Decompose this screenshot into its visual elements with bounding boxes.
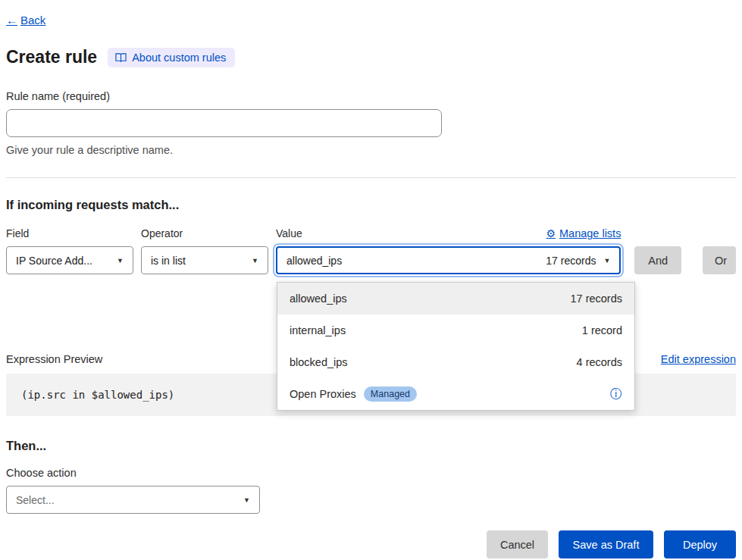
about-badge-label: About custom rules	[132, 52, 226, 64]
rule-name-label: Rule name (required)	[6, 90, 736, 102]
info-icon[interactable]: ⓘ	[610, 386, 622, 402]
value-header: Value ⚙Manage lists	[276, 227, 621, 239]
or-button[interactable]: Or	[703, 246, 736, 274]
value-select-records: 17 records	[546, 255, 596, 267]
chevron-down-icon: ▼	[252, 257, 258, 264]
chevron-down-icon: ▼	[243, 496, 250, 504]
list-item-records: 4 records	[577, 356, 622, 368]
rule-name-help: Give your rule a descriptive name.	[6, 144, 736, 156]
operator-column: Operator is in list ▼	[141, 227, 268, 274]
list-item-name: blocked_ips	[290, 356, 348, 368]
create-rule-page: ←Back Create rule About custom rules Rul…	[0, 0, 742, 560]
operator-select[interactable]: is in list ▼	[141, 246, 268, 274]
value-select-right: 17 records ▼	[546, 255, 610, 267]
list-item-allowed-ips[interactable]: allowed_ips 17 records	[277, 283, 634, 314]
field-select[interactable]: IP Source Add... ▼	[6, 246, 133, 274]
value-column: Value ⚙Manage lists allowed_ips 17 recor…	[276, 227, 621, 274]
list-item-name: internal_ips	[290, 324, 346, 336]
section-divider	[6, 177, 736, 178]
manage-lists-link[interactable]: ⚙Manage lists	[546, 227, 621, 239]
footer-actions: Cancel Save as Draft Deploy	[6, 530, 736, 558]
list-item-records: 1 record	[582, 324, 622, 336]
back-link[interactable]: ←Back	[6, 14, 45, 27]
field-select-value: IP Source Add...	[16, 255, 92, 267]
value-label: Value	[276, 227, 302, 239]
list-item-name: Open Proxies	[290, 388, 356, 400]
rule-name-input[interactable]	[6, 109, 442, 137]
page-title: Create rule	[6, 47, 97, 67]
value-select-value: allowed_ips	[286, 255, 342, 267]
back-label: Back	[20, 14, 45, 27]
manage-lists-label: Manage lists	[559, 227, 621, 239]
list-item-internal-ips[interactable]: internal_ips 1 record	[277, 314, 634, 346]
list-item-name: allowed_ips	[290, 293, 347, 305]
match-section-heading: If incoming requests match...	[6, 198, 736, 212]
about-custom-rules-link[interactable]: About custom rules	[108, 48, 235, 67]
action-select-placeholder: Select...	[16, 494, 55, 506]
expression-preview-label: Expression Preview	[6, 353, 102, 365]
list-item-records: 17 records	[570, 293, 622, 305]
field-column: Field IP Source Add... ▼	[6, 227, 133, 274]
field-label: Field	[6, 227, 133, 239]
list-item-left: Open Proxies Managed	[290, 386, 417, 402]
chevron-down-icon: ▼	[117, 257, 124, 264]
and-button[interactable]: And	[634, 246, 681, 274]
edit-expression-link[interactable]: Edit expression	[661, 353, 736, 365]
save-as-draft-button[interactable]: Save as Draft	[559, 530, 653, 558]
list-item-open-proxies[interactable]: Open Proxies Managed ⓘ	[277, 378, 634, 410]
book-icon	[115, 52, 127, 63]
list-dropdown: allowed_ips 17 records internal_ips 1 re…	[277, 282, 635, 411]
managed-badge: Managed	[364, 386, 417, 402]
value-select[interactable]: allowed_ips 17 records ▼	[276, 246, 621, 274]
title-row: Create rule About custom rules	[6, 47, 736, 67]
chevron-down-icon: ▼	[603, 257, 610, 264]
action-select[interactable]: Select... ▼	[6, 486, 260, 514]
match-condition-row: Field IP Source Add... ▼ Operator is in …	[6, 227, 736, 274]
operator-select-value: is in list	[151, 255, 186, 267]
gear-icon: ⚙	[546, 227, 556, 239]
then-section-heading: Then...	[6, 439, 736, 453]
deploy-button[interactable]: Deploy	[664, 530, 736, 558]
choose-action-label: Choose action	[6, 467, 736, 479]
list-item-blocked-ips[interactable]: blocked_ips 4 records	[277, 346, 634, 378]
operator-label: Operator	[141, 227, 268, 239]
cancel-button[interactable]: Cancel	[487, 530, 548, 558]
back-arrow-icon: ←	[6, 14, 17, 27]
